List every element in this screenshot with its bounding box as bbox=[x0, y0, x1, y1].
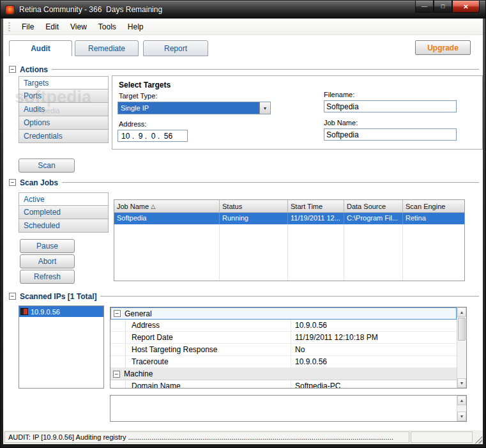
scanned-ip-list[interactable]: 10.9.0.56 bbox=[19, 305, 104, 389]
column-job-name[interactable]: Job Name △ bbox=[114, 200, 220, 212]
property-section-machine[interactable]: − Machine bbox=[110, 368, 457, 380]
filename-label: Filename: bbox=[324, 91, 354, 98]
maximize-icon: □ bbox=[441, 3, 444, 10]
sidebar-item-options[interactable]: Options bbox=[19, 116, 109, 130]
scroll-down-icon[interactable]: ▼ bbox=[457, 378, 466, 388]
select-targets-title: Select Targets bbox=[119, 81, 171, 89]
chevron-down-icon[interactable]: ▼ bbox=[259, 102, 270, 114]
sort-ascending-icon: △ bbox=[151, 203, 155, 210]
row-gutter bbox=[110, 380, 126, 389]
retina-app-icon bbox=[5, 5, 15, 15]
section-general-label: General bbox=[125, 309, 152, 318]
sidebar-item-credentials[interactable]: Credentials bbox=[19, 130, 109, 143]
collapse-general-icon[interactable]: − bbox=[114, 310, 121, 317]
collapse-scanned-ips-icon[interactable]: − bbox=[9, 293, 16, 300]
target-type-value: Single IP bbox=[118, 102, 259, 114]
client-area: File Edit View Tools Help Audit Remediat… bbox=[3, 19, 483, 444]
sidebar-item-scheduled[interactable]: Scheduled bbox=[19, 219, 109, 233]
details-scrollbar[interactable]: ▲ ▼ bbox=[457, 396, 466, 421]
menu-file[interactable]: File bbox=[16, 20, 40, 34]
select-targets-panel: Select Targets Target Type: Single IP ▼ … bbox=[112, 75, 483, 150]
minimize-icon: — bbox=[421, 3, 427, 10]
status-message: AUDIT: IP [10.9.0.56] Auditing registry … bbox=[4, 431, 409, 443]
actions-section-header: − Actions bbox=[9, 65, 479, 74]
column-status[interactable]: Status bbox=[220, 200, 288, 212]
row-gutter bbox=[110, 320, 126, 331]
property-rows: − General Address 10.9.0.56 Report Date … bbox=[110, 307, 457, 389]
property-label: Host Targeting Response bbox=[126, 344, 291, 355]
property-row-host-targeting-response[interactable]: Host Targeting Response No bbox=[110, 344, 457, 356]
pause-button[interactable]: Pause bbox=[20, 239, 75, 253]
row-gutter bbox=[110, 356, 126, 367]
upgrade-button[interactable]: Upgrade bbox=[415, 40, 471, 55]
property-label: Address bbox=[126, 320, 291, 331]
scroll-down-icon[interactable]: ▼ bbox=[457, 412, 466, 421]
collapse-actions-icon[interactable]: − bbox=[9, 66, 16, 73]
section-machine-label: Machine bbox=[124, 369, 153, 378]
ip-label: 10.9.0.56 bbox=[31, 308, 60, 316]
cell-job-name: Softpedia bbox=[114, 213, 220, 224]
cell-data-source: C:\Program Fil... bbox=[344, 213, 403, 224]
scanned-ips-rule bbox=[100, 296, 479, 297]
column-data-source[interactable]: Data Source bbox=[344, 200, 403, 212]
column-scan-engine[interactable]: Scan Engine bbox=[403, 200, 464, 212]
list-item-ip[interactable]: 10.9.0.56 bbox=[19, 306, 103, 317]
column-job-name-label: Job Name bbox=[117, 203, 149, 210]
target-type-select[interactable]: Single IP ▼ bbox=[118, 102, 271, 114]
target-type-label: Target Type: bbox=[119, 92, 157, 100]
close-button[interactable]: ✕ bbox=[452, 1, 480, 13]
property-value: 10.9.0.56 bbox=[291, 320, 457, 331]
collapse-scan-jobs-icon[interactable]: − bbox=[9, 179, 16, 186]
row-gutter bbox=[110, 332, 126, 343]
scroll-up-icon[interactable]: ▲ bbox=[457, 396, 466, 405]
tab-report[interactable]: Report bbox=[143, 40, 208, 56]
scrollbar-thumb[interactable] bbox=[458, 318, 466, 341]
menu-view[interactable]: View bbox=[65, 20, 93, 34]
sidebar-item-completed[interactable]: Completed bbox=[19, 206, 109, 219]
sidebar-item-active[interactable]: Active bbox=[19, 192, 109, 206]
title-bar[interactable]: Retina Community - 366 Days Remaining — … bbox=[1, 1, 485, 19]
address-input[interactable]: 10 . 9 . 0 . 56 bbox=[118, 130, 188, 142]
menu-tools[interactable]: Tools bbox=[93, 20, 122, 34]
table-row[interactable]: Softpedia Running 11/19/2011 12... C:\Pr… bbox=[114, 213, 464, 224]
collapse-machine-icon[interactable]: − bbox=[113, 371, 120, 378]
property-grid-scrollbar[interactable]: ▲ ▼ bbox=[457, 307, 466, 388]
cell-start-time: 11/19/2011 12... bbox=[288, 213, 344, 224]
scan-button[interactable]: Scan bbox=[19, 158, 75, 173]
status-bar: AUDIT: IP [10.9.0.56] Auditing registry … bbox=[3, 429, 483, 444]
property-row-report-date[interactable]: Report Date 11/19/2011 12:10:18 PM bbox=[110, 332, 457, 344]
minimize-button[interactable]: — bbox=[415, 1, 434, 13]
row-gutter bbox=[110, 344, 126, 355]
job-name-label: Job Name: bbox=[324, 119, 358, 127]
grid-line bbox=[402, 224, 403, 281]
property-row-traceroute[interactable]: Traceroute 10.9.0.56 bbox=[110, 356, 457, 368]
scan-jobs-rule bbox=[62, 182, 479, 183]
property-row-address[interactable]: Address 10.9.0.56 bbox=[110, 320, 457, 332]
maximize-button[interactable]: □ bbox=[434, 1, 452, 13]
menu-help[interactable]: Help bbox=[122, 20, 149, 34]
column-start-time[interactable]: Start Time bbox=[288, 200, 344, 212]
details-text-box[interactable]: ▲ ▼ bbox=[110, 395, 467, 422]
resize-grip[interactable] bbox=[474, 435, 482, 444]
window-title: Retina Community - 366 Days Remaining bbox=[19, 5, 162, 14]
job-name-input[interactable] bbox=[324, 128, 457, 141]
property-value: 11/19/2011 12:10:18 PM bbox=[291, 332, 457, 343]
sidebar-item-ports[interactable]: Ports bbox=[19, 89, 109, 103]
filename-input[interactable] bbox=[324, 100, 457, 112]
tab-audit[interactable]: Audit bbox=[9, 40, 72, 56]
sidebar-item-targets[interactable]: Targets bbox=[19, 76, 109, 89]
cell-status: Running bbox=[220, 213, 288, 224]
cell-scan-engine: Retina bbox=[403, 213, 464, 224]
menu-bar: File Edit View Tools Help bbox=[3, 19, 483, 35]
sidebar-item-audits[interactable]: Audits bbox=[19, 103, 109, 116]
property-row-domain-name[interactable]: Domain Name Softpedia-PC bbox=[110, 380, 457, 389]
actions-title: Actions bbox=[20, 65, 48, 74]
abort-button[interactable]: Abort bbox=[20, 254, 75, 268]
tab-remediate[interactable]: Remediate bbox=[75, 40, 139, 56]
property-section-general[interactable]: − General bbox=[110, 307, 457, 320]
refresh-button[interactable]: Refresh bbox=[20, 270, 75, 284]
property-value: 10.9.0.56 bbox=[291, 356, 457, 367]
address-label: Address: bbox=[119, 120, 146, 128]
scroll-up-icon[interactable]: ▲ bbox=[457, 307, 466, 317]
menu-edit[interactable]: Edit bbox=[40, 20, 65, 34]
